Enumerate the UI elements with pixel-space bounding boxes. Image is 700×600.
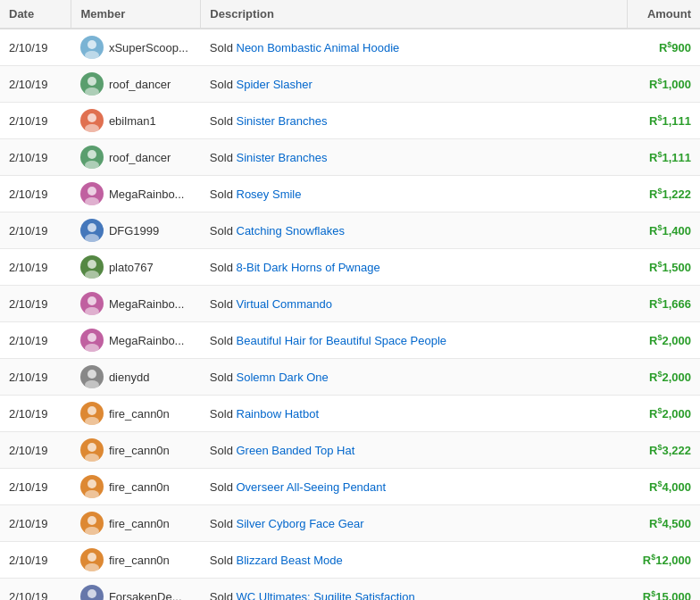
svg-point-15: [85, 307, 99, 315]
cell-description: Sold Rainbow Hatbot: [201, 396, 628, 432]
item-link[interactable]: Sinister Branches: [237, 114, 328, 128]
amount-value: R$1,500: [649, 261, 691, 274]
svg-point-24: [88, 479, 96, 488]
svg-point-6: [88, 150, 96, 159]
amount-value: R$2,000: [649, 334, 691, 347]
member-name: fire_cann0n: [109, 480, 170, 494]
cell-description: Sold Virtual Commando: [201, 286, 628, 322]
amount-value: R$1,666: [649, 297, 691, 311]
svg-point-27: [85, 527, 99, 535]
table-row: 2/10/19 xSuperScoop...Sold Neon Bombasti…: [0, 29, 700, 66]
item-link[interactable]: Catching Snowflakes: [237, 224, 345, 238]
cell-member: MegaRainbo...: [71, 286, 201, 322]
svg-point-26: [88, 516, 96, 525]
item-link[interactable]: Virtual Commando: [237, 297, 332, 311]
table-row: 2/10/19 MegaRainbo...Sold Rosey SmileR$1…: [0, 176, 700, 212]
cell-description: Sold Sinister Branches: [201, 103, 628, 139]
cell-amount: R$1,222: [628, 176, 700, 212]
cell-description: Sold Neon Bombastic Animal Hoodie: [201, 29, 628, 66]
amount-value: R$4,000: [649, 480, 691, 494]
cell-date: 2/10/19: [0, 396, 71, 432]
col-header-amount: Amount: [628, 0, 700, 29]
cell-date: 2/10/19: [0, 286, 71, 322]
desc-prefix: Sold: [210, 224, 237, 238]
item-link[interactable]: 8-Bit Dark Horns of Pwnage: [237, 261, 380, 274]
item-link[interactable]: Neon Bombastic Animal Hoodie: [237, 41, 400, 54]
avatar: [80, 146, 104, 169]
cell-member: MegaRainbo...: [71, 176, 201, 212]
member-name: roof_dancer: [109, 151, 171, 164]
item-link[interactable]: Spider Slasher: [237, 78, 312, 91]
desc-prefix: Sold: [210, 517, 237, 530]
svg-point-28: [88, 553, 96, 562]
avatar: [80, 438, 104, 462]
cell-member: MegaRainbo...: [71, 322, 201, 359]
cell-amount: R$900: [628, 29, 700, 66]
member-name: fire_cann0n: [109, 554, 170, 567]
member-name: fire_cann0n: [109, 407, 170, 421]
table-row: 2/10/19 fire_cann0nSold Rainbow HatbotR$…: [0, 396, 700, 432]
svg-point-29: [85, 563, 99, 571]
item-link[interactable]: Sinister Branches: [237, 151, 328, 164]
member-name: MegaRainbo...: [109, 334, 185, 347]
avatar: [80, 402, 104, 425]
desc-prefix: Sold: [210, 590, 237, 601]
svg-point-19: [85, 380, 99, 388]
cell-description: Sold Spider Slasher: [201, 66, 628, 103]
cell-amount: R$1,500: [628, 249, 700, 286]
item-link[interactable]: Blizzard Beast Mode: [237, 554, 343, 567]
table-row: 2/10/19 DFG1999Sold Catching SnowflakesR…: [0, 212, 700, 249]
cell-amount: R$1,000: [628, 66, 700, 103]
cell-amount: R$1,111: [628, 103, 700, 139]
cell-description: Sold Green Banded Top Hat: [201, 432, 628, 469]
item-link[interactable]: WC Ultimates: Sugilite Satisfaction: [237, 590, 415, 601]
cell-member: xSuperScoop...: [71, 29, 201, 66]
col-header-member: Member: [71, 0, 201, 29]
avatar: [80, 292, 104, 315]
item-link[interactable]: Overseer All-Seeing Pendant: [237, 480, 387, 494]
desc-prefix: Sold: [210, 261, 237, 274]
cell-date: 2/10/19: [0, 176, 71, 212]
cell-member: fire_cann0n: [71, 505, 201, 542]
item-link[interactable]: Rosey Smile: [237, 188, 302, 201]
avatar: [80, 475, 104, 498]
transactions-table: Date Member Description Amount 2/10/19 x…: [0, 0, 700, 600]
cell-description: Sold Silver Cyborg Face Gear: [201, 505, 628, 542]
member-name: MegaRainbo...: [109, 188, 185, 201]
amount-value: R$900: [659, 41, 691, 54]
avatar: [80, 182, 104, 205]
svg-point-14: [88, 296, 96, 305]
desc-prefix: Sold: [210, 114, 237, 128]
item-link[interactable]: Beautiful Hair for Beautiful Space Peopl…: [237, 334, 447, 347]
cell-date: 2/10/19: [0, 432, 71, 469]
member-name: DFG1999: [109, 224, 159, 238]
amount-value: R$4,500: [649, 517, 691, 530]
avatar: [80, 329, 104, 352]
table-row: 2/10/19 fire_cann0nSold Overseer All-See…: [0, 469, 700, 505]
cell-amount: R$1,666: [628, 286, 700, 322]
table-row: 2/10/19 ebilman1Sold Sinister BranchesR$…: [0, 103, 700, 139]
cell-amount: R$2,000: [628, 322, 700, 359]
item-link[interactable]: Green Banded Top Hat: [237, 444, 355, 457]
cell-date: 2/10/19: [0, 212, 71, 249]
avatar: [80, 512, 104, 535]
member-name: dienydd: [109, 371, 150, 384]
item-link[interactable]: Silver Cyborg Face Gear: [237, 517, 364, 530]
cell-member: fire_cann0n: [71, 542, 201, 579]
desc-prefix: Sold: [210, 554, 237, 567]
cell-amount: R$2,000: [628, 396, 700, 432]
desc-prefix: Sold: [210, 78, 237, 91]
avatar: [80, 219, 104, 242]
avatar: [80, 109, 104, 132]
cell-date: 2/10/19: [0, 139, 71, 176]
svg-point-30: [88, 589, 96, 598]
avatar: [80, 255, 104, 279]
svg-point-7: [85, 161, 99, 169]
table-row: 2/10/19 ForsakenDe...Sold WC Ultimates: …: [0, 579, 700, 601]
table-row: 2/10/19 MegaRainbo...Sold Beautiful Hair…: [0, 322, 700, 359]
cell-amount: R$2,000: [628, 359, 700, 396]
item-link[interactable]: Rainbow Hatbot: [237, 407, 320, 421]
cell-date: 2/10/19: [0, 249, 71, 286]
item-link[interactable]: Solemn Dark One: [237, 371, 329, 384]
desc-prefix: Sold: [210, 151, 237, 164]
